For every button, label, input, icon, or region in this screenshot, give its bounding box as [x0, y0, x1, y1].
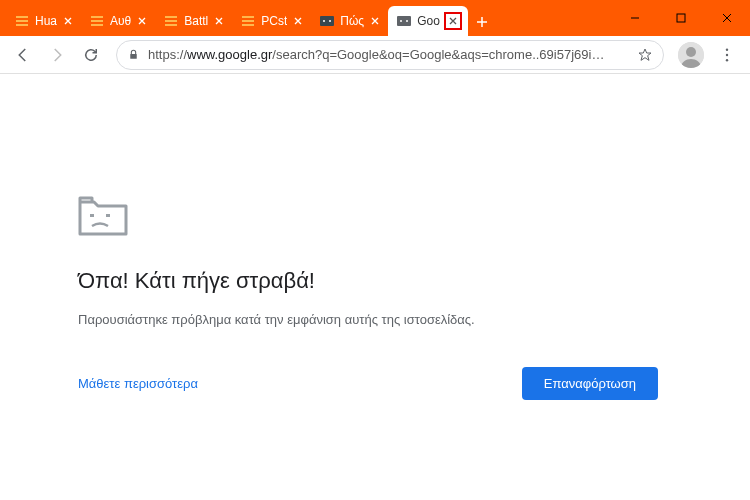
tab-label: Hua — [35, 14, 57, 28]
minimize-button[interactable] — [612, 0, 658, 36]
svg-rect-26 — [106, 214, 110, 217]
svg-rect-11 — [242, 24, 254, 26]
favicon-icon — [163, 13, 179, 29]
svg-point-22 — [726, 48, 728, 50]
maximize-button[interactable] — [658, 0, 704, 36]
error-actions: Μάθετε περισσότερα Επαναφόρτωση — [78, 367, 658, 400]
svg-rect-15 — [397, 16, 411, 26]
tab-3[interactable]: PCst — [232, 6, 311, 36]
favicon-icon — [14, 13, 30, 29]
tab-1[interactable]: Αυθ — [81, 6, 155, 36]
reload-page-button[interactable]: Επαναφόρτωση — [522, 367, 658, 400]
tab-strip: Hua Αυθ Battl PCst Πώς Goo — [6, 6, 496, 36]
tab-2[interactable]: Battl — [155, 6, 232, 36]
title-bar: Hua Αυθ Battl PCst Πώς Goo — [0, 0, 750, 36]
tab-close-button[interactable] — [368, 14, 382, 28]
svg-rect-0 — [16, 16, 28, 18]
window-controls — [612, 0, 750, 36]
tab-label: Πώς — [340, 14, 364, 28]
sad-folder-icon — [78, 194, 750, 242]
url-host: www.google.gr — [187, 47, 272, 62]
svg-point-16 — [400, 20, 402, 22]
svg-rect-6 — [165, 16, 177, 18]
svg-rect-3 — [91, 16, 103, 18]
svg-rect-4 — [91, 20, 103, 22]
error-message: Παρουσιάστηκε πρόβλημα κατά την εμφάνιση… — [78, 312, 750, 327]
url-path: /search?q=Google&oq=Google&aqs=chrome..6… — [272, 47, 604, 62]
address-bar[interactable]: https://www.google.gr/search?q=Google&oq… — [116, 40, 664, 70]
tab-0[interactable]: Hua — [6, 6, 81, 36]
svg-point-23 — [726, 53, 728, 55]
tab-close-button[interactable] — [61, 14, 75, 28]
svg-point-21 — [686, 47, 696, 57]
svg-point-17 — [406, 20, 408, 22]
back-button[interactable] — [8, 40, 38, 70]
svg-rect-18 — [677, 14, 685, 22]
favicon-icon — [396, 13, 412, 29]
url-text: https://www.google.gr/search?q=Google&oq… — [148, 47, 631, 62]
error-page: Όπα! Κάτι πήγε στραβά! Παρουσιάστηκε πρό… — [0, 74, 750, 400]
svg-rect-9 — [242, 16, 254, 18]
learn-more-link[interactable]: Μάθετε περισσότερα — [78, 376, 198, 391]
tab-label: Battl — [184, 14, 208, 28]
svg-rect-8 — [165, 24, 177, 26]
tab-label: PCst — [261, 14, 287, 28]
svg-point-13 — [323, 20, 325, 22]
error-title: Όπα! Κάτι πήγε στραβά! — [78, 268, 750, 294]
new-tab-button[interactable] — [468, 8, 496, 36]
forward-button[interactable] — [42, 40, 72, 70]
profile-avatar[interactable] — [678, 42, 704, 68]
menu-button[interactable] — [712, 40, 742, 70]
svg-rect-19 — [130, 54, 137, 59]
tab-label: Αυθ — [110, 14, 131, 28]
tab-4[interactable]: Πώς — [311, 6, 388, 36]
svg-rect-1 — [16, 20, 28, 22]
tab-close-button[interactable] — [444, 12, 462, 30]
svg-rect-10 — [242, 20, 254, 22]
lock-icon — [127, 48, 140, 61]
svg-rect-7 — [165, 20, 177, 22]
url-scheme: https:// — [148, 47, 187, 62]
svg-rect-25 — [90, 214, 94, 217]
tab-5-active[interactable]: Goo — [388, 6, 468, 36]
toolbar: https://www.google.gr/search?q=Google&oq… — [0, 36, 750, 74]
window-close-button[interactable] — [704, 0, 750, 36]
svg-rect-5 — [91, 24, 103, 26]
svg-rect-2 — [16, 24, 28, 26]
favicon-icon — [89, 13, 105, 29]
favicon-icon — [240, 13, 256, 29]
tab-label: Goo — [417, 14, 440, 28]
tab-close-button[interactable] — [212, 14, 226, 28]
svg-rect-12 — [320, 16, 334, 26]
bookmark-star-icon[interactable] — [637, 47, 653, 63]
tab-close-button[interactable] — [135, 14, 149, 28]
favicon-icon — [319, 13, 335, 29]
reload-button[interactable] — [76, 40, 106, 70]
svg-point-24 — [726, 59, 728, 61]
svg-point-14 — [329, 20, 331, 22]
tab-close-button[interactable] — [291, 14, 305, 28]
